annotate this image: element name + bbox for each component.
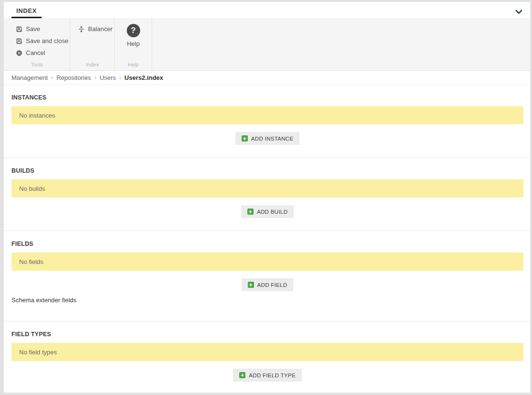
help-button[interactable]: ? Help [127,24,140,47]
save-button[interactable]: Save [16,23,70,35]
ribbon-group-tools: Save Save and close Cancel Tools [4,18,70,70]
balancer-label: Balancer [88,25,112,33]
cancel-button[interactable]: Cancel [16,47,70,59]
section-field-types: FIELD TYPES No field types + ADD FIELD T… [4,321,530,393]
empty-notice-builds: No builds [11,179,523,198]
plus-icon: + [239,372,245,378]
empty-notice-instances: No instances [11,106,523,124]
add-build-button[interactable]: + ADD BUILD [241,205,294,218]
cancel-icon [16,50,22,56]
section-instances: INSTANCES No instances + ADD INSTANCE [4,85,530,158]
tab-bar: INDEX [4,2,530,18]
button-row: + ADD FIELD TYPE [11,369,523,382]
add-field-type-label: ADD FIELD TYPE [249,373,295,378]
add-field-button[interactable]: + ADD FIELD [242,278,294,291]
ribbon-collapse-chevron[interactable] [515,10,522,14]
section-builds: BUILDS No builds + ADD BUILD [4,158,530,231]
breadcrumb-current-page: Users2.index [124,74,163,81]
breadcrumb-separator: › [119,74,121,81]
button-row: + ADD INSTANCE [11,132,523,145]
ribbon-group-help: ? Help Help [115,18,152,70]
empty-notice-field-types: No field types [11,343,523,361]
index-editor-window: INDEX Save S [4,2,530,393]
section-title-fields: FIELDS [11,241,523,247]
ribbon-group-label-help: Help [115,62,152,67]
section-fields: FIELDS No fields + ADD FIELD Schema exte… [4,231,530,321]
ribbon-group-label-index: Index [70,62,114,67]
ribbon-group-index: Balancer Index [70,18,115,70]
plus-icon: + [242,135,248,142]
breadcrumb-separator: › [51,74,53,81]
save-and-close-label: Save and close [26,37,68,44]
chevron-down-icon [515,10,522,14]
add-build-label: ADD BUILD [257,209,288,215]
save-and-close-button[interactable]: Save and close [16,35,70,47]
add-instance-button[interactable]: + ADD INSTANCE [235,132,299,145]
breadcrumb: Management › Repositories › Users › User… [4,71,530,85]
section-title-builds: BUILDS [11,167,523,174]
tab-index[interactable]: INDEX [11,5,42,18]
section-title-field-types: FIELD TYPES [11,331,523,338]
help-icon: ? [127,24,140,37]
balancer-button[interactable]: Balancer [78,23,114,35]
add-field-type-button[interactable]: + ADD FIELD TYPE [233,369,301,382]
empty-notice-text: No field types [19,349,57,356]
button-row: + ADD BUILD [11,205,523,218]
empty-notice-text: No builds [19,185,45,192]
help-button-label: Help [127,40,140,47]
save-icon [16,38,22,44]
save-label: Save [26,25,40,33]
schema-extender-fields-label: Schema extender fields [11,296,523,304]
ribbon-toolbar: Save Save and close Cancel Tools [4,18,530,71]
button-row: + ADD FIELD [11,278,523,291]
breadcrumb-item-management[interactable]: Management [11,74,48,81]
save-icon [16,26,22,33]
section-title-instances: INSTANCES [11,94,523,101]
add-field-label: ADD FIELD [257,282,288,288]
balancer-icon [78,26,85,33]
plus-icon: + [247,208,254,215]
empty-notice-text: No instances [19,112,55,119]
breadcrumb-item-users[interactable]: Users [100,74,116,81]
breadcrumb-item-repositories[interactable]: Repositories [56,74,91,81]
ribbon-group-label-tools: Tools [4,62,70,67]
empty-notice-fields: No fields [11,252,523,271]
breadcrumb-separator: › [94,74,96,81]
empty-notice-text: No fields [19,258,44,265]
plus-icon: + [248,282,254,288]
cancel-label: Cancel [26,49,45,56]
add-instance-label: ADD INSTANCE [251,136,293,142]
